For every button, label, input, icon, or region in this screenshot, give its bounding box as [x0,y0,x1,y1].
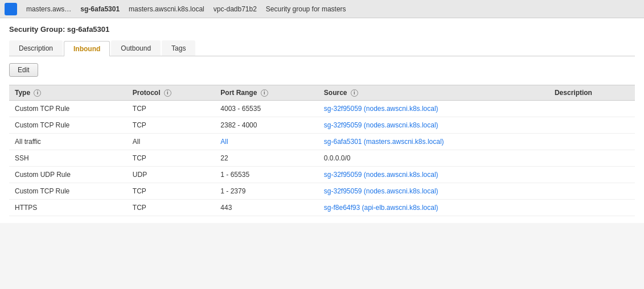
tab-inbound[interactable]: Inbound [64,41,110,56]
col-port-range: Port Range i [215,85,318,101]
cell-description [549,134,635,150]
source-link[interactable]: sg-32f95059 (nodes.awscni.k8s.local) [324,121,438,129]
cell-source: 0.0.0.0/0 [318,150,549,167]
source-link[interactable]: sg-f8e64f93 (api-elb.awscni.k8s.local) [324,204,438,212]
source-link[interactable]: sg-6afa5301 (masters.awscni.k8s.local) [324,138,444,146]
topbar-item-sg-id[interactable]: masters.aws… [26,5,71,13]
cell-source: sg-32f95059 (nodes.awscni.k8s.local) [318,167,549,183]
table-row: Custom TCP RuleTCP2382 - 4000sg-32f95059… [9,117,635,134]
cell-type: Custom TCP Rule [9,183,127,200]
cell-type: Custom TCP Rule [9,117,127,134]
table-row: Custom TCP RuleTCP1 - 2379sg-32f95059 (n… [9,183,635,200]
cell-protocol: TCP [127,150,215,167]
cell-type: All traffic [9,134,127,150]
col-description: Description [549,85,635,101]
cell-description [549,183,635,200]
cell-protocol: TCP [127,117,215,134]
topbar-item-vpc-id[interactable]: vpc-dadb71b2 [214,5,257,13]
cell-description [549,200,635,216]
cell-port-range: All [215,134,318,150]
main-content: Security Group: sg-6afa5301 Description … [0,18,644,223]
cell-protocol: TCP [127,200,215,216]
cell-type: SSH [9,150,127,167]
source-link[interactable]: sg-32f95059 (nodes.awscni.k8s.local) [324,187,438,195]
top-bar: masters.aws… sg-6afa5301 masters.awscni.… [0,0,644,18]
cell-source: sg-f8e64f93 (api-elb.awscni.k8s.local) [318,200,549,216]
inbound-rules-table: Type i Protocol i Port Range i Source i … [9,85,635,216]
cell-type: Custom UDP Rule [9,167,127,183]
cell-source: sg-6afa5301 (masters.awscni.k8s.local) [318,134,549,150]
topbar-item-sg-desc: Security group for masters [266,5,346,13]
table-header-row: Type i Protocol i Port Range i Source i … [9,85,635,101]
cell-port-range: 1 - 2379 [215,183,318,200]
cell-description [549,101,635,117]
cell-type: HTTPS [9,200,127,216]
cell-protocol: UDP [127,167,215,183]
col-type: Type i [9,85,127,101]
cell-protocol: All [127,134,215,150]
cell-port-range: 2382 - 4000 [215,117,318,134]
table-row: Custom UDP RuleUDP1 - 65535sg-32f95059 (… [9,167,635,183]
type-info-icon[interactable]: i [34,89,41,97]
protocol-info-icon[interactable]: i [164,89,171,97]
cell-type: Custom TCP Rule [9,101,127,117]
cell-source: sg-32f95059 (nodes.awscni.k8s.local) [318,101,549,117]
tab-tags[interactable]: Tags [162,40,195,56]
table-row: HTTPSTCP443sg-f8e64f93 (api-elb.awscni.k… [9,200,635,216]
port-range-link[interactable]: All [220,138,228,146]
page-title: Security Group: sg-6afa5301 [9,25,635,34]
cell-port-range: 4003 - 65535 [215,101,318,117]
port-range-info-icon[interactable]: i [261,89,268,97]
source-link[interactable]: sg-32f95059 (nodes.awscni.k8s.local) [324,105,438,113]
cell-source: sg-32f95059 (nodes.awscni.k8s.local) [318,183,549,200]
edit-button[interactable]: Edit [9,63,38,77]
cell-source: sg-32f95059 (nodes.awscni.k8s.local) [318,117,549,134]
col-source: Source i [318,85,549,101]
col-protocol: Protocol i [127,85,215,101]
cell-description [549,117,635,134]
table-row: SSHTCP220.0.0.0/0 [9,150,635,167]
topbar-item-sg-dns[interactable]: masters.awscni.k8s.local [129,5,204,13]
tabs-container: Description Inbound Outbound Tags [9,40,635,56]
tab-outbound[interactable]: Outbound [111,40,161,56]
topbar-item-sg-name[interactable]: sg-6afa5301 [80,5,120,13]
tab-description[interactable]: Description [9,40,63,56]
source-link[interactable]: sg-32f95059 (nodes.awscni.k8s.local) [324,171,438,179]
cell-description [549,150,635,167]
table-row: Custom TCP RuleTCP4003 - 65535sg-32f9505… [9,101,635,117]
cell-port-range: 22 [215,150,318,167]
table-row: All trafficAllAllsg-6afa5301 (masters.aw… [9,134,635,150]
source-info-icon[interactable]: i [351,89,358,97]
aws-logo [5,3,17,15]
cell-protocol: TCP [127,101,215,117]
cell-port-range: 1 - 65535 [215,167,318,183]
cell-description [549,167,635,183]
cell-port-range: 443 [215,200,318,216]
cell-protocol: TCP [127,183,215,200]
